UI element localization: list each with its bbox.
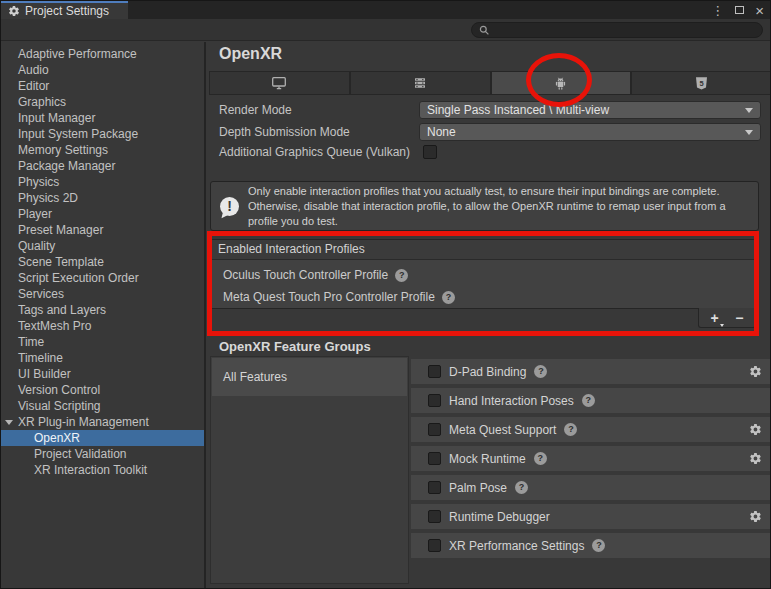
help-icon[interactable]: ? (442, 291, 455, 304)
gear-icon (8, 5, 20, 17)
feature-gear-icon[interactable] (749, 510, 762, 523)
maximize-icon[interactable] (735, 6, 744, 14)
sidebar-item-services[interactable]: Services (1, 286, 204, 302)
profile-row-oculus-touch[interactable]: Oculus Touch Controller Profile ? (211, 264, 755, 286)
feature-group-all-features[interactable]: All Features (212, 358, 407, 396)
feature-label: Mock Runtime (449, 452, 526, 466)
vulkan-queue-label: Additional Graphics Queue (Vulkan) (219, 143, 410, 161)
feature-gear-icon[interactable] (749, 452, 762, 465)
platform-tab-bar: 5 (209, 71, 771, 95)
info-icon: ! (220, 197, 239, 216)
kebab-menu-icon[interactable]: ⋮ (711, 3, 724, 18)
feature-checkbox[interactable] (428, 539, 441, 552)
sidebar-item-editor[interactable]: Editor (1, 78, 204, 94)
feature-label: Hand Interaction Poses (449, 394, 574, 408)
feature-label: Meta Quest Support (449, 423, 556, 437)
sidebar-item-script-execution-order[interactable]: Script Execution Order (1, 270, 204, 286)
sidebar-item-input-manager[interactable]: Input Manager (1, 110, 204, 126)
help-icon[interactable]: ? (592, 539, 605, 552)
info-text: Only enable interaction profiles that yo… (248, 184, 748, 229)
android-icon (553, 76, 568, 91)
tab-webgl[interactable]: 5 (632, 72, 771, 94)
feature-row-hand-interaction-poses[interactable]: Hand Interaction Poses ? (411, 388, 771, 413)
sidebar-item-time[interactable]: Time (1, 334, 204, 350)
sidebar-item-quality[interactable]: Quality (1, 238, 204, 254)
sidebar-item-adaptive-performance[interactable]: Adaptive Performance (1, 46, 204, 62)
search-input[interactable] (471, 22, 763, 38)
feature-label: Palm Pose (449, 481, 507, 495)
depth-submission-dropdown[interactable]: None (419, 123, 761, 141)
feature-groups-header: OpenXR Feature Groups (219, 339, 371, 354)
sidebar-item-ui-builder[interactable]: UI Builder (1, 366, 204, 382)
feature-row-runtime-debugger[interactable]: Runtime Debugger (411, 504, 771, 529)
sidebar-item-physics[interactable]: Physics (1, 174, 204, 190)
feature-row-mock-runtime[interactable]: Mock Runtime ? (411, 446, 771, 471)
sidebar-item-player[interactable]: Player (1, 206, 204, 222)
sidebar-item-textmesh-pro[interactable]: TextMesh Pro (1, 318, 204, 334)
depth-submission-value: None (427, 125, 456, 139)
sidebar-item-xr-plugin-management[interactable]: XR Plug-in Management (1, 414, 204, 430)
sidebar-item-visual-scripting[interactable]: Visual Scripting (1, 398, 204, 414)
svg-text:5: 5 (700, 78, 704, 87)
sidebar-item-xr-interaction-toolkit[interactable]: XR Interaction Toolkit (1, 462, 204, 478)
settings-sidebar: Adaptive Performance Audio Editor Graphi… (1, 42, 204, 588)
feature-label: D-Pad Binding (449, 365, 526, 379)
render-mode-label: Render Mode (219, 101, 292, 119)
sidebar-item-preset-manager[interactable]: Preset Manager (1, 222, 204, 238)
sidebar-item-audio[interactable]: Audio (1, 62, 204, 78)
chevron-down-icon (720, 324, 724, 327)
search-icon (479, 25, 490, 36)
chevron-down-icon (745, 108, 753, 113)
feature-groups-panel: All Features (210, 356, 409, 584)
sidebar-item-label: XR Plug-in Management (18, 415, 149, 429)
feature-checkbox[interactable] (428, 394, 441, 407)
sidebar-item-version-control[interactable]: Version Control (1, 382, 204, 398)
help-icon[interactable]: ? (582, 394, 595, 407)
profile-row-meta-quest-touch-pro[interactable]: Meta Quest Touch Pro Controller Profile … (211, 286, 755, 308)
remove-profile-button[interactable]: − (735, 309, 743, 327)
tab-project-settings[interactable]: Project Settings (1, 1, 128, 19)
tab-dedicated-server[interactable] (351, 72, 490, 94)
sidebar-item-input-system-package[interactable]: Input System Package (1, 126, 204, 142)
help-icon[interactable]: ? (564, 423, 577, 436)
foldout-arrow-icon[interactable] (5, 420, 13, 425)
feature-checkbox[interactable] (428, 452, 441, 465)
enabled-interaction-profiles-list: Enabled Interaction Profiles Oculus Touc… (210, 239, 756, 309)
tab-android[interactable] (492, 72, 631, 94)
sidebar-item-timeline[interactable]: Timeline (1, 350, 204, 366)
feature-checkbox[interactable] (428, 481, 441, 494)
render-mode-dropdown[interactable]: Single Pass Instanced \ Multi-view (419, 101, 761, 119)
tab-title: Project Settings (25, 4, 109, 18)
titlebar: Project Settings ⋮ × (1, 1, 770, 19)
feature-gear-icon[interactable] (749, 365, 762, 378)
sidebar-item-tags-and-layers[interactable]: Tags and Layers (1, 302, 204, 318)
sidebar-item-openxr[interactable]: OpenXR (1, 430, 204, 446)
vulkan-queue-checkbox[interactable] (423, 145, 437, 159)
vulkan-queue-row (423, 145, 437, 163)
add-profile-button[interactable]: + (711, 309, 724, 327)
feature-checkbox[interactable] (428, 365, 441, 378)
feature-row-dpad-binding[interactable]: D-Pad Binding ? (411, 359, 771, 384)
tab-standalone[interactable] (210, 72, 349, 94)
feature-row-palm-pose[interactable]: Palm Pose ? (411, 475, 771, 500)
feature-row-meta-quest-support[interactable]: Meta Quest Support ? (411, 417, 771, 442)
project-settings-window: Project Settings ⋮ × Adaptive Performanc… (0, 0, 771, 589)
sidebar-item-scene-template[interactable]: Scene Template (1, 254, 204, 270)
profile-label: Oculus Touch Controller Profile (223, 264, 388, 286)
sidebar-item-memory-settings[interactable]: Memory Settings (1, 142, 204, 158)
close-icon[interactable]: × (755, 2, 764, 19)
help-icon[interactable]: ? (515, 481, 528, 494)
sidebar-item-project-validation[interactable]: Project Validation (1, 446, 204, 462)
feature-checkbox[interactable] (428, 510, 441, 523)
sidebar-item-graphics[interactable]: Graphics (1, 94, 204, 110)
feature-row-xr-performance-settings[interactable]: XR Performance Settings ? (411, 533, 771, 558)
feature-gear-icon[interactable] (749, 423, 762, 436)
profile-label: Meta Quest Touch Pro Controller Profile (223, 286, 435, 308)
feature-checkbox[interactable] (428, 423, 441, 436)
monitor-icon (271, 76, 287, 90)
help-icon[interactable]: ? (534, 365, 547, 378)
sidebar-item-package-manager[interactable]: Package Manager (1, 158, 204, 174)
help-icon[interactable]: ? (534, 452, 547, 465)
sidebar-item-physics-2d[interactable]: Physics 2D (1, 190, 204, 206)
help-icon[interactable]: ? (395, 269, 408, 282)
